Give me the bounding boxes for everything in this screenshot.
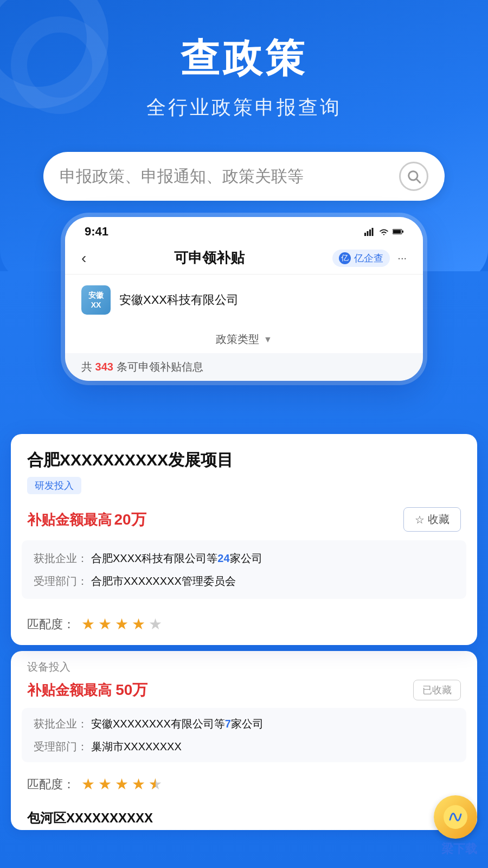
svg-rect-7: [393, 230, 401, 233]
svg-rect-8: [402, 231, 403, 233]
star2-half: ★ ★: [149, 775, 162, 793]
watermark-logo: [434, 795, 477, 839]
second-match-row: 匹配度： ★ ★ ★ ★ ★ ★: [11, 771, 477, 802]
filter-arrow-icon: ▼: [264, 335, 272, 344]
logo-line1: 安徽: [88, 290, 104, 300]
second-info-box: 获批企业： 安徽XXXXXXXX有限公司等 7 家公司 受理部门： 巢湖市XXX…: [22, 708, 466, 762]
collect-label: 收藏: [428, 512, 450, 527]
card-title-row: 合肥XXXXXXXXXX发展项目 研发投入: [11, 434, 477, 499]
approved-count: 24: [217, 550, 229, 566]
approved-label: 获批企业：: [34, 550, 88, 566]
search-container: 申报政策、申报通知、政策关联等: [43, 152, 445, 201]
second-dept-row: 受理部门： 巢湖市XXXXXXXX: [34, 738, 454, 755]
dept-name: 合肥市XXXXXXXX管理委员会: [91, 573, 236, 589]
app-badge: 亿 亿企查: [332, 250, 390, 267]
second-approved-suffix: 家公司: [231, 716, 264, 732]
star2-3: ★: [115, 775, 129, 793]
svg-rect-5: [372, 228, 374, 236]
card-title: 合肥XXXXXXXXXX发展项目: [27, 449, 461, 471]
dept-label: 受理部门：: [34, 573, 88, 589]
collected-button[interactable]: 已收藏: [413, 680, 461, 700]
second-subsidy-amount: 50万: [115, 681, 147, 698]
second-subsidy-row: 补贴金额最高 50万 已收藏: [11, 676, 477, 708]
svg-line-1: [416, 179, 420, 182]
second-tag: 设备投入: [11, 651, 477, 676]
filter-label: 政策类型: [216, 332, 259, 347]
second-approved-company: 安徽XXXXXXXX有限公司等: [91, 716, 225, 732]
stars: ★ ★ ★ ★ ★: [81, 615, 162, 633]
second-approved-count: 7: [225, 716, 231, 732]
company-row: 安徽 XX 安徽XXX科技有限公司: [65, 275, 423, 326]
star2-1: ★: [81, 775, 95, 793]
battery-icon: [393, 226, 403, 237]
card-info-box: 获批企业： 合肥XXXX科技有限公司等 24 家公司 受理部门： 合肥市XXXX…: [22, 540, 466, 599]
watermark-text: 梁下载: [441, 841, 477, 857]
phone-status-bar: 9:41: [65, 217, 423, 242]
star-3: ★: [115, 615, 129, 633]
star-2: ★: [98, 615, 112, 633]
match-label: 匹配度：: [27, 616, 75, 633]
subsidy-label: 补贴金额最高: [27, 512, 112, 528]
hero-subtitle: 全行业政策申报查询: [0, 94, 488, 121]
search-button[interactable]: [399, 162, 428, 191]
dept-row: 受理部门： 合肥市XXXXXXXX管理委员会: [34, 573, 454, 589]
logo-icon: [442, 803, 469, 831]
more-icon[interactable]: ···: [397, 252, 407, 264]
star-5: ★: [149, 615, 162, 633]
signal-icon: [364, 226, 375, 237]
hero-title: 查政策: [0, 33, 488, 85]
search-placeholder[interactable]: 申报政策、申报通知、政策关联等: [60, 165, 399, 188]
hero-section: 查政策 全行业政策申报查询: [0, 33, 488, 121]
svg-rect-4: [369, 229, 371, 236]
third-card-title: 包河区XXXXXXXXXX: [11, 802, 477, 830]
phone-mockup: 9:41: [65, 217, 423, 381]
phone-nav: ‹ 可申领补贴 亿 亿企查 ···: [65, 242, 423, 275]
second-approved-label: 获批企业：: [34, 716, 88, 732]
watermark: 梁下载: [434, 795, 477, 857]
svg-rect-3: [367, 231, 369, 236]
second-stars: ★ ★ ★ ★ ★ ★: [81, 775, 162, 793]
main-card: 合肥XXXXXXXXXX发展项目 研发投入 补贴金额最高 20万 ☆ 收藏 获批…: [11, 434, 477, 645]
collect-button[interactable]: ☆ 收藏: [403, 507, 461, 532]
count-bar: 共 343 条可申领补贴信息: [65, 353, 423, 381]
count-number: 343: [95, 361, 113, 373]
subsidy-amount: 20万: [114, 511, 146, 528]
policy-filter[interactable]: 政策类型 ▼: [65, 326, 423, 353]
second-dept-label: 受理部门：: [34, 738, 88, 755]
back-button[interactable]: ‹: [81, 250, 86, 267]
card-tag: 研发投入: [27, 477, 81, 494]
second-dept-name: 巢湖市XXXXXXXX: [91, 738, 182, 755]
collected-label: 已收藏: [422, 685, 452, 695]
app-name: 亿企查: [354, 252, 383, 265]
company-logo: 安徽 XX: [81, 285, 111, 315]
star-1: ★: [81, 615, 95, 633]
phone-mockup-wrap: 9:41: [65, 217, 423, 381]
card-subsidy-row: 补贴金额最高 20万 ☆ 收藏: [11, 499, 477, 540]
star2-2: ★: [98, 775, 112, 793]
logo-line2: XX: [91, 300, 101, 310]
star-icon: ☆: [415, 513, 425, 526]
second-card: 设备投入 补贴金额最高 50万 已收藏 获批企业： 安徽XXXXXXXX有限公司…: [11, 651, 477, 830]
match-row: 匹配度： ★ ★ ★ ★ ★: [11, 608, 477, 645]
star2-4: ★: [132, 775, 145, 793]
company-name: 安徽XXX科技有限公司: [119, 292, 239, 308]
wifi-icon: [378, 226, 389, 237]
count-prefix: 共: [81, 361, 92, 373]
star-4: ★: [132, 615, 145, 633]
approved-company: 合肥XXXX科技有限公司等: [91, 550, 217, 566]
nav-title: 可申领补贴: [174, 248, 245, 267]
count-suffix: 条可申领补贴信息: [117, 361, 203, 373]
approved-company-row: 获批企业： 合肥XXXX科技有限公司等 24 家公司: [34, 550, 454, 566]
status-icons: [364, 226, 403, 237]
app-icon: 亿: [339, 252, 351, 264]
second-match-label: 匹配度：: [27, 776, 75, 793]
status-time: 9:41: [85, 225, 108, 239]
second-approved-row: 获批企业： 安徽XXXXXXXX有限公司等 7 家公司: [34, 716, 454, 732]
search-bar[interactable]: 申报政策、申报通知、政策关联等: [43, 152, 445, 201]
approved-suffix: 家公司: [230, 550, 262, 566]
second-subsidy-label: 补贴金额最高: [27, 682, 112, 698]
svg-rect-2: [364, 233, 366, 236]
nav-right: 亿 亿企查 ···: [332, 250, 407, 267]
